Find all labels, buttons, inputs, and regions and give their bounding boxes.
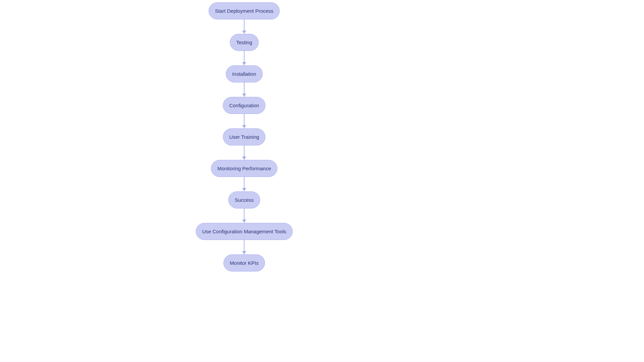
node-label: Monitor KPIs [230,260,259,266]
node-label: Configuration [229,103,259,108]
node-label: Start Deployment Process [215,8,273,14]
node-success: Success [228,191,260,208]
arrow-head-icon [242,157,246,160]
node-installation: Installation [226,65,263,82]
node-monitoring-performance: Monitoring Performance [211,160,277,177]
arrow-line [244,240,245,251]
node-user-training: User Training [223,128,265,145]
arrow-line [244,82,245,94]
arrow-head-icon [242,251,246,254]
node-label: Success [235,197,254,203]
node-configuration: Configuration [223,97,265,114]
node-label: Installation [232,71,256,77]
node-label: User Training [229,134,259,140]
node-monitor-kpis: Monitor KPIs [223,254,265,272]
arrow-head-icon [242,31,246,34]
arrow-head-icon [242,94,246,97]
arrow-line [244,145,245,157]
flowchart-canvas: Start Deployment Process Testing Install… [0,0,644,362]
arrow-head-icon [242,220,246,223]
arrow-line [244,51,245,62]
arrow-head-icon [242,62,246,65]
arrow-line [244,114,245,125]
arrow-line [244,208,245,220]
arrow-head-icon [242,188,246,191]
node-config-mgmt-tools: Use Configuration Management Tools [196,223,293,240]
node-label: Testing [236,40,252,45]
node-label: Use Configuration Management Tools [202,229,286,234]
arrow-line [244,19,245,31]
arrow-head-icon [242,125,246,128]
node-start-deployment: Start Deployment Process [209,2,280,19]
arrow-line [244,177,245,188]
node-testing: Testing [230,34,259,51]
node-label: Monitoring Performance [217,166,271,171]
